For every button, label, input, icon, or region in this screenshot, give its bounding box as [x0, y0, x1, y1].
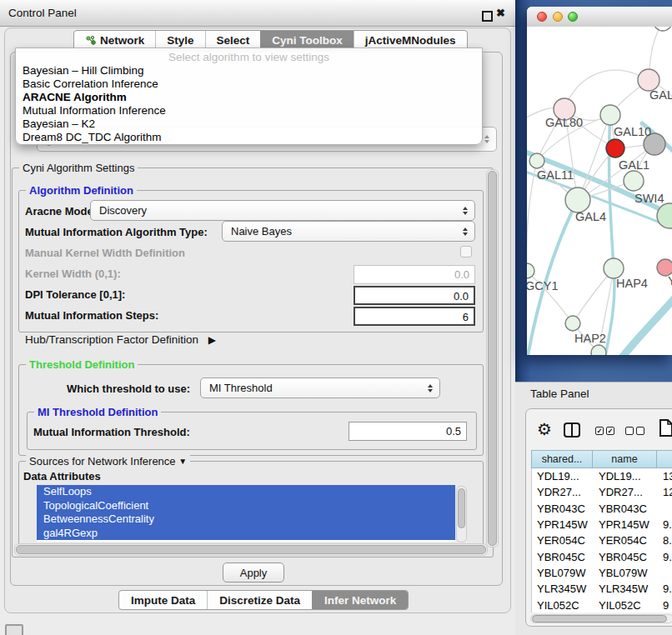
- column-layout-icon[interactable]: [564, 422, 580, 438]
- network-node[interactable]: [654, 27, 672, 31]
- gear-icon[interactable]: ⚙: [537, 419, 552, 439]
- show-selected-columns-icon[interactable]: ✓ ✓: [595, 427, 614, 435]
- hide-columns-icon[interactable]: [625, 427, 644, 435]
- network-node-label: GAL1: [619, 158, 649, 172]
- mi-threshold-field[interactable]: 0.5: [349, 422, 467, 441]
- close-icon[interactable]: ✖: [496, 7, 505, 19]
- table-cell: YLR345W: [594, 582, 658, 595]
- table-cell: YBL079W: [532, 567, 594, 579]
- table-cell: 8.: [658, 534, 672, 547]
- unchecked-box-icon: [625, 427, 634, 435]
- dock-mini-icon[interactable]: [5, 624, 23, 635]
- collapse-down-icon: ▼: [178, 457, 187, 466]
- stepper-arrows-icon: [483, 135, 491, 143]
- algorithm-option-mutual-information-inference[interactable]: Mutual Information Inference: [16, 104, 482, 118]
- threshold-definition-title: Threshold Definition: [26, 358, 138, 371]
- data-attribute-item[interactable]: TopologicalCoefficient: [37, 499, 455, 513]
- data-attribute-item[interactable]: gal4RGexp: [37, 527, 455, 541]
- settings-vertical-scrollbar-thumb[interactable]: [488, 171, 497, 546]
- checked-box-icon: ✓: [606, 427, 614, 435]
- sources-title[interactable]: Sources for Network Inference ▼: [26, 455, 190, 468]
- network-node-label: GAL4: [575, 210, 606, 223]
- algorithm-dropdown-placeholder: Select algorithm to view settings: [16, 51, 482, 63]
- aracne-mode-select[interactable]: Discovery: [90, 200, 475, 221]
- network-node-labels: GALGAL80GAL10GAL1GAL11SWI4GAL4GCY1HAP4YH…: [527, 88, 672, 345]
- checked-box-icon: ✓: [595, 427, 604, 435]
- algorithm-option-bayesian-k2[interactable]: Bayesian – K2: [16, 118, 482, 131]
- float-window-icon[interactable]: [482, 11, 493, 22]
- kernel-width-field[interactable]: 0.0: [354, 265, 475, 284]
- table-cell: YBL079W: [594, 567, 658, 579]
- which-threshold-select[interactable]: MI Threshold: [200, 378, 440, 398]
- network-node-gcy1[interactable]: [527, 263, 534, 278]
- minimize-traffic-light-icon[interactable]: [553, 12, 563, 22]
- network-node-gal1[interactable]: [624, 171, 644, 191]
- column-header-name[interactable]: name: [593, 450, 657, 468]
- network-node-label: Y: [668, 274, 672, 288]
- table-row[interactable]: YIL052CYIL052C9: [532, 597, 672, 612]
- algorithm-option-basic-correlation-inference[interactable]: Basic Correlation Inference: [16, 78, 482, 91]
- data-attribute-item[interactable]: SelfLoops: [37, 485, 455, 499]
- table-row[interactable]: YPR145WYPR145W9.: [532, 517, 672, 532]
- mi-algorithm-type-select[interactable]: Naive Bayes: [222, 221, 475, 242]
- zoom-traffic-light-icon[interactable]: [568, 12, 578, 22]
- new-table-icon[interactable]: [659, 419, 672, 441]
- network-node[interactable]: [591, 345, 606, 355]
- table-row[interactable]: YDL19...YDL19...13: [532, 468, 672, 484]
- algorithm-dropdown-popup: Select algorithm to view settings Bayesi…: [15, 48, 483, 145]
- network-nodes: [527, 27, 672, 355]
- cyni-algorithm-settings-title: Cyni Algorithm Settings: [19, 162, 138, 174]
- network-node[interactable]: [606, 139, 624, 158]
- tab-infer-network[interactable]: Infer Network: [312, 591, 408, 609]
- table-cell: YDR27...: [532, 486, 594, 498]
- network-node-gal10[interactable]: [600, 105, 620, 125]
- tab-discretize-data[interactable]: Discretize Data: [207, 591, 312, 609]
- apply-button[interactable]: Apply: [223, 562, 284, 582]
- table-cell: 9.: [658, 551, 672, 563]
- manual-kernel-checkbox[interactable]: [460, 246, 472, 258]
- tab-label: jActiveMNodules: [365, 34, 456, 47]
- table-cell: YBR045C: [532, 551, 594, 563]
- algorithm-option-aracne-algorithm[interactable]: ARACNE Algorithm: [16, 91, 482, 104]
- hub-transcription-factor-expander[interactable]: Hub/Transcription Factor Definition ▶: [25, 333, 216, 346]
- table-cell: YPR145W: [532, 518, 594, 531]
- network-node-label: SWI4: [634, 192, 664, 205]
- network-node-label: HAP4: [616, 277, 648, 290]
- aracne-mode-label: Aracne Mode:: [25, 205, 97, 218]
- data-attribute-item[interactable]: BetweennessCentrality: [37, 512, 455, 527]
- network-window-titlebar[interactable]: [527, 7, 672, 28]
- tab-label: Cyni Toolbox: [272, 34, 343, 47]
- settings-horizontal-scrollbar-thumb[interactable]: [16, 545, 486, 554]
- table-horizontal-scrollbar-thumb[interactable]: [532, 615, 667, 622]
- table-cell: 13: [658, 470, 672, 482]
- tab-impute-data[interactable]: Impute Data: [119, 591, 207, 609]
- table-row[interactable]: YER054CYER054C8.: [532, 532, 672, 548]
- network-canvas[interactable]: GALGAL80GAL10GAL1GAL11SWI4GAL4GCY1HAP4YH…: [527, 27, 672, 355]
- mi-algorithm-type-value: Naive Bayes: [231, 225, 461, 238]
- table-row[interactable]: YLR345WYLR345W9.: [532, 581, 672, 597]
- network-node-y[interactable]: [657, 259, 672, 276]
- table-row[interactable]: YBR045CYBR045C9.: [532, 548, 672, 564]
- column-header-extra[interactable]: [657, 450, 672, 468]
- dpi-tolerance-label: DPI Tolerance [0,1]:: [25, 288, 125, 301]
- column-header-shared[interactable]: shared...: [531, 450, 593, 468]
- which-threshold-label: Which threshold to use:: [67, 382, 190, 395]
- table-row[interactable]: YDR27...YDR27...12: [532, 484, 672, 500]
- dpi-tolerance-field[interactable]: 0.0: [354, 286, 475, 305]
- network-node-hap2[interactable]: [565, 316, 580, 331]
- hub-transcription-factor-label: Hub/Transcription Factor Definition: [25, 333, 198, 346]
- network-node-gal11[interactable]: [529, 153, 544, 168]
- algorithm-option-bayesian-hill-climbing[interactable]: Bayesian – Hill Climbing: [16, 64, 482, 78]
- table-row[interactable]: YBL079WYBL079W: [532, 565, 672, 581]
- algorithm-option-dream8-dc-tdc-algorithm[interactable]: Dream8 DC_TDC Algorithm: [16, 131, 482, 144]
- network-node-gal4[interactable]: [565, 188, 590, 212]
- screen: Control Panel ✖ NetworkStyleSelectCyni T…: [0, 0, 672, 635]
- attributes-scrollbar-thumb[interactable]: [458, 488, 465, 528]
- table-cell: YBR043C: [594, 502, 658, 515]
- mi-steps-field[interactable]: 6: [354, 307, 475, 326]
- network-node-hap4[interactable]: [604, 258, 624, 278]
- stepper-arrows-icon: [461, 228, 469, 236]
- tab-label: Network: [100, 34, 144, 47]
- close-traffic-light-icon[interactable]: [537, 12, 547, 22]
- table-row[interactable]: YBR043CYBR043C: [532, 501, 672, 517]
